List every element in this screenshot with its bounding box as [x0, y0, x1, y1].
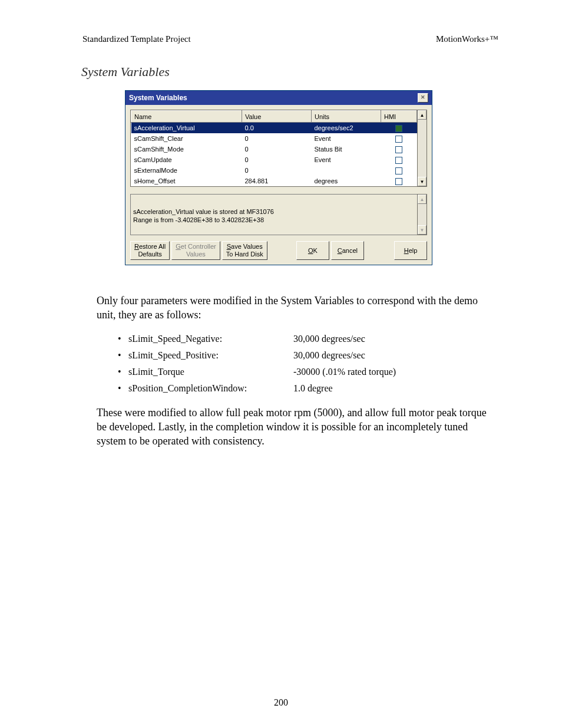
- cell-value[interactable]: 0: [242, 133, 312, 144]
- cell-name[interactable]: sAcceleration_Virtual: [131, 123, 242, 134]
- cell-value[interactable]: 0: [242, 144, 312, 154]
- cell-units[interactable]: Status Bit: [312, 144, 381, 154]
- cell-units[interactable]: Event: [312, 154, 381, 165]
- param-value: 30,000 degrees/sec: [293, 334, 498, 344]
- hmi-checkbox[interactable]: [395, 157, 402, 164]
- cell-hmi[interactable]: [381, 165, 417, 176]
- cell-hmi[interactable]: [381, 123, 417, 134]
- col-header-units[interactable]: Units: [312, 111, 381, 123]
- cancel-button[interactable]: Cancel: [331, 241, 364, 260]
- param-name: sPosition_CompletionWindow:: [128, 383, 293, 394]
- restore-defaults-button[interactable]: Restore AllDefaults: [130, 241, 170, 260]
- cell-hmi[interactable]: [381, 176, 417, 186]
- dialog-titlebar[interactable]: System Variables ✕: [125, 91, 432, 105]
- cell-name[interactable]: sCamShift_Clear: [131, 133, 242, 144]
- paragraph-2: These were modified to allow full peak m…: [97, 406, 498, 448]
- cell-units[interactable]: degrees/sec2: [312, 123, 381, 134]
- grid-scrollbar[interactable]: ▲ ▼: [417, 110, 427, 187]
- cell-units[interactable]: Event: [312, 133, 381, 144]
- info-scrollbar[interactable]: ▲ ▼: [417, 194, 427, 235]
- get-controller-values-button: Get ControllerValues: [171, 241, 220, 260]
- scroll-up-icon[interactable]: ▲: [418, 195, 427, 204]
- bullet-icon: •: [118, 367, 128, 377]
- dialog-title-text: System Variables: [129, 94, 187, 102]
- cell-value[interactable]: 0: [242, 154, 312, 165]
- cell-name[interactable]: sHome_Offset: [131, 176, 242, 186]
- hmi-checkbox[interactable]: [395, 136, 402, 143]
- col-header-value[interactable]: Value: [242, 111, 312, 123]
- bullet-icon: •: [118, 383, 128, 394]
- scroll-down-icon[interactable]: ▼: [418, 225, 427, 235]
- param-name: sLimit_Speed_Negative:: [128, 334, 293, 344]
- param-name: sLimit_Torque: [128, 367, 293, 377]
- table-row[interactable]: sExternalMode0: [131, 165, 417, 176]
- hmi-checkbox[interactable]: [395, 167, 402, 174]
- list-item: •sLimit_Speed_Negative:30,000 degrees/se…: [118, 334, 498, 344]
- header-left: Standardized Template Project: [82, 34, 191, 44]
- cell-hmi[interactable]: [381, 144, 417, 154]
- param-value: -30000 (.01% rated torque): [293, 367, 498, 377]
- cell-hmi[interactable]: [381, 154, 417, 165]
- cell-value[interactable]: 0: [242, 165, 312, 176]
- scroll-up-icon[interactable]: ▲: [418, 110, 427, 120]
- cell-value[interactable]: 0.0: [242, 123, 312, 134]
- info-panel: sAcceleration_Virtual value is stored at…: [130, 194, 417, 235]
- list-item: •sPosition_CompletionWindow:1.0 degree: [118, 383, 498, 394]
- section-title: System Variables: [81, 64, 498, 80]
- cell-name[interactable]: sCamUpdate: [131, 154, 242, 165]
- col-header-name[interactable]: Name: [131, 111, 242, 123]
- hmi-checkbox[interactable]: [395, 125, 402, 132]
- list-item: •sLimit_Speed_Positive:30,000 degrees/se…: [118, 350, 498, 361]
- save-values-button[interactable]: Save ValuesTo Hard Disk: [222, 241, 267, 260]
- bullet-icon: •: [118, 350, 128, 361]
- param-value: 1.0 degree: [293, 383, 498, 394]
- page-header: Standardized Template Project MotionWork…: [82, 34, 498, 44]
- paragraph-1: Only four parameters were modified in th…: [97, 294, 498, 322]
- param-name: sLimit_Speed_Positive:: [128, 350, 293, 361]
- ok-button[interactable]: OK: [296, 241, 329, 260]
- cell-units[interactable]: degrees: [312, 176, 381, 186]
- cell-name[interactable]: sCamShift_Mode: [131, 144, 242, 154]
- hmi-checkbox[interactable]: [395, 178, 402, 185]
- cell-value[interactable]: 284.881: [242, 176, 312, 186]
- info-line-2: Range is from -3.4028E+38 to 3.402823E+3…: [133, 216, 415, 224]
- cell-units[interactable]: [312, 165, 381, 176]
- table-row[interactable]: sCamUpdate0Event: [131, 154, 417, 165]
- info-line-1: sAcceleration_Virtual value is stored at…: [133, 207, 415, 216]
- page-number: 200: [0, 697, 562, 708]
- list-item: •sLimit_Torque-30000 (.01% rated torque): [118, 367, 498, 377]
- cell-hmi[interactable]: [381, 133, 417, 144]
- scroll-down-icon[interactable]: ▼: [418, 177, 427, 186]
- help-button[interactable]: Help: [394, 241, 427, 260]
- system-variables-dialog: System Variables ✕ Name Value: [125, 90, 432, 265]
- hmi-checkbox[interactable]: [395, 146, 402, 153]
- bullet-icon: •: [118, 334, 128, 344]
- close-icon[interactable]: ✕: [418, 93, 428, 103]
- col-header-hmi[interactable]: HMI: [381, 111, 417, 123]
- table-row[interactable]: sCamShift_Clear0Event: [131, 133, 417, 144]
- table-row[interactable]: sAcceleration_Virtual0.0degrees/sec2: [131, 123, 417, 134]
- table-row[interactable]: sCamShift_Mode0Status Bit: [131, 144, 417, 154]
- variables-grid[interactable]: Name Value Units HMI sAcceleration_Virtu…: [130, 110, 417, 187]
- table-row[interactable]: sHome_Offset284.881degrees: [131, 176, 417, 186]
- header-right: MotionWorks+™: [436, 34, 498, 44]
- parameter-list: •sLimit_Speed_Negative:30,000 degrees/se…: [118, 334, 498, 394]
- param-value: 30,000 degrees/sec: [293, 350, 498, 361]
- cell-name[interactable]: sExternalMode: [131, 165, 242, 176]
